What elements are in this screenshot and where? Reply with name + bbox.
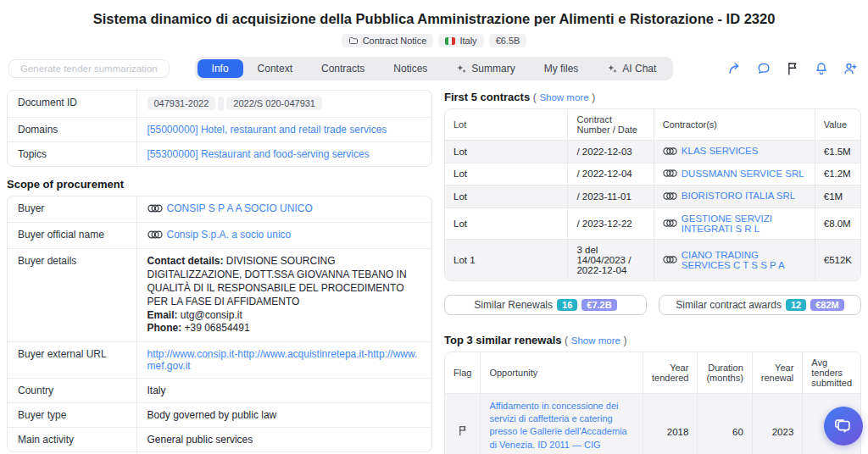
left-column: Document ID 047931-20222022/S 020-047931… xyxy=(7,90,432,452)
scope-card: Buyer CONSIP S P A A SOCIO UNICO Buyer o… xyxy=(7,196,432,452)
contract-row: Lot / 2023-11-01 BIORISTORO ITALIA SRL €… xyxy=(445,185,860,208)
main-content: Document ID 047931-20222022/S 020-047931… xyxy=(0,81,868,454)
renewal-row: Affidamento in concessione dei servizi d… xyxy=(445,393,860,454)
similar-renewals-button[interactable]: Similar Renewals 16 €7.2B xyxy=(444,295,647,315)
similar-contract-awards-button[interactable]: Similar contract awards 12 €82M xyxy=(659,295,861,315)
document-id-chip: 2022/S 020-047931 xyxy=(226,97,322,110)
country-value: Italy xyxy=(136,379,431,403)
folder-icon xyxy=(348,36,359,46)
field-label: Topics xyxy=(8,142,136,167)
amount-badge: €7.2B xyxy=(581,299,616,311)
flag-icon[interactable] xyxy=(784,61,800,77)
row-topics: Topics [55300000] Restaurant and food-se… xyxy=(8,142,431,167)
contractor-link[interactable]: CIANO TRADING SERVICES C T S S P A xyxy=(682,250,806,270)
document-id-chip: 047931-2022 xyxy=(147,97,216,110)
renewals-heading: Top 3 similar renewals ( Show more ) xyxy=(444,334,861,346)
buyer-external-url-link[interactable]: http://www.consip.it-http://www.acquisti… xyxy=(147,348,418,372)
row-buyer-details: Buyer details Contact details: DIVISIONE… xyxy=(8,249,431,342)
tab-summary[interactable]: Summary xyxy=(442,59,529,78)
contract-row: Lot 1 3 del 14/04/2023 / 2022-12-04 CIAN… xyxy=(445,239,860,280)
share-icon[interactable] xyxy=(726,61,743,77)
bell-icon[interactable] xyxy=(813,61,829,77)
field-label: Domains xyxy=(8,118,136,142)
organization-rings-icon xyxy=(663,147,677,156)
toolbar: Generate tender summarization Info Conte… xyxy=(0,56,868,81)
field-label: Buyer external URL xyxy=(8,342,136,379)
renewals-header-row: Flag Opportunity Year tendered Duration … xyxy=(445,352,860,394)
italy-flag-icon xyxy=(445,37,455,45)
organization-rings-icon xyxy=(663,255,677,264)
field-label: Country xyxy=(8,379,136,403)
row-buyer-external-url: Buyer external URL http://www.consip.it-… xyxy=(8,342,431,379)
organization-rings-icon xyxy=(663,219,677,228)
topic-link[interactable]: [55300000] Restaurant and food-serving s… xyxy=(147,148,370,160)
buyer-details-value: Contact details: DIVISIONE SOURCING DIGI… xyxy=(136,249,431,342)
tab-bar: Info Context Contracts Notices Summary M… xyxy=(195,57,674,80)
renewals-show-more-link[interactable]: Show more xyxy=(571,335,620,346)
contract-value: €512K xyxy=(815,239,860,280)
page-title: Sistema dinamico di acquisizione della P… xyxy=(0,11,868,27)
field-label: Document ID xyxy=(8,91,136,118)
similar-buttons-row: Similar Renewals 16 €7.2B Similar contra… xyxy=(444,295,861,315)
contractor-link[interactable]: KLAS SERVICES xyxy=(682,146,759,156)
opportunity-link[interactable]: Affidamento in concessione dei servizi d… xyxy=(489,401,626,454)
generate-summarization-button[interactable]: Generate tender summarization xyxy=(8,59,170,78)
contract-row: Lot / 2022-12-04 DUSSMANN SERVICE SRL €1… xyxy=(445,163,860,185)
buyer-official-name-link[interactable]: Consip S.p.A. a socio unico xyxy=(167,229,292,241)
organization-rings-icon xyxy=(663,169,677,178)
add-user-icon[interactable] xyxy=(842,61,858,77)
badge-row: Contract Notice Italy €6.5B xyxy=(0,34,868,47)
contracts-header-row: Lot Contract Number / Date Contractor(s)… xyxy=(445,109,860,141)
scope-heading: Scope of procurement xyxy=(7,178,432,191)
contracts-show-more-link[interactable]: Show more xyxy=(539,92,588,102)
contract-value: €1.5M xyxy=(815,141,860,163)
buyer-type-value: Body governed by public law xyxy=(136,403,431,428)
document-info-card: Document ID 047931-20222022/S 020-047931… xyxy=(7,90,432,167)
row-buyer: Buyer CONSIP S P A A SOCIO UNICO xyxy=(8,197,431,223)
tab-info[interactable]: Info xyxy=(198,59,243,78)
tab-contracts[interactable]: Contracts xyxy=(307,59,379,78)
contracts-heading: First 5 contracts ( Show more ) xyxy=(444,91,861,103)
renewals-card: Flag Opportunity Year tendered Duration … xyxy=(444,352,861,454)
sparkles-icon xyxy=(456,64,467,75)
chat-fab-button[interactable] xyxy=(824,407,863,446)
action-icons xyxy=(726,61,858,77)
organization-rings-icon xyxy=(663,191,677,201)
buyer-link[interactable]: CONSIP S P A A SOCIO UNICO xyxy=(167,202,313,214)
sparkles-icon xyxy=(607,64,618,75)
row-main-activity: Main activity General public services xyxy=(8,428,431,452)
tab-context[interactable]: Context xyxy=(243,59,307,78)
contract-row: Lot / 2022-12-03 KLAS SERVICES €1.5M xyxy=(445,141,860,163)
contractor-link[interactable]: BIORISTORO ITALIA SRL xyxy=(682,191,795,201)
flag-icon[interactable] xyxy=(457,424,469,437)
comment-icon[interactable] xyxy=(755,61,771,77)
row-buyer-official-name: Buyer official name Consip S.p.A. a soci… xyxy=(8,223,431,249)
contract-value: €1.2M xyxy=(815,163,860,185)
tender-detail-page: Sistema dinamico di acquisizione della P… xyxy=(0,0,868,454)
count-badge: 12 xyxy=(786,299,806,311)
field-label: Main activity xyxy=(8,428,136,452)
tender-value-badge: €6.5B xyxy=(489,34,527,47)
chat-bubbles-icon xyxy=(834,417,853,435)
field-label: Buyer xyxy=(8,197,136,223)
country-badge: Italy xyxy=(438,34,483,47)
row-country: Country Italy xyxy=(8,379,431,403)
tab-my-files[interactable]: My files xyxy=(530,59,593,78)
contract-row: Lot / 2023-12-22 GESTIONE SERVIZI INTEGR… xyxy=(445,208,860,239)
field-label: Buyer official name xyxy=(8,223,136,249)
contract-value: €1M xyxy=(815,185,860,208)
amount-badge: €82M xyxy=(810,299,844,311)
contractor-link[interactable]: GESTIONE SERVIZI INTEGRATI S R L xyxy=(682,213,806,234)
tab-notices[interactable]: Notices xyxy=(379,59,442,78)
row-document-id: Document ID 047931-20222022/S 020-047931 xyxy=(8,91,431,118)
row-domains: Domains [55000000] Hotel, restaurant and… xyxy=(8,118,431,142)
contracts-card: Lot Contract Number / Date Contractor(s)… xyxy=(444,108,861,281)
domain-link[interactable]: [55000000] Hotel, restaurant and retail … xyxy=(147,124,387,136)
organization-rings-icon xyxy=(147,230,163,240)
tab-ai-chat[interactable]: AI Chat xyxy=(593,59,670,78)
count-badge: 16 xyxy=(557,299,577,311)
field-label: Buyer details xyxy=(8,249,136,342)
contractor-link[interactable]: DUSSMANN SERVICE SRL xyxy=(682,169,804,179)
right-column: First 5 contracts ( Show more ) Lot Cont… xyxy=(444,90,861,454)
row-buyer-type: Buyer type Body governed by public law xyxy=(8,403,431,428)
